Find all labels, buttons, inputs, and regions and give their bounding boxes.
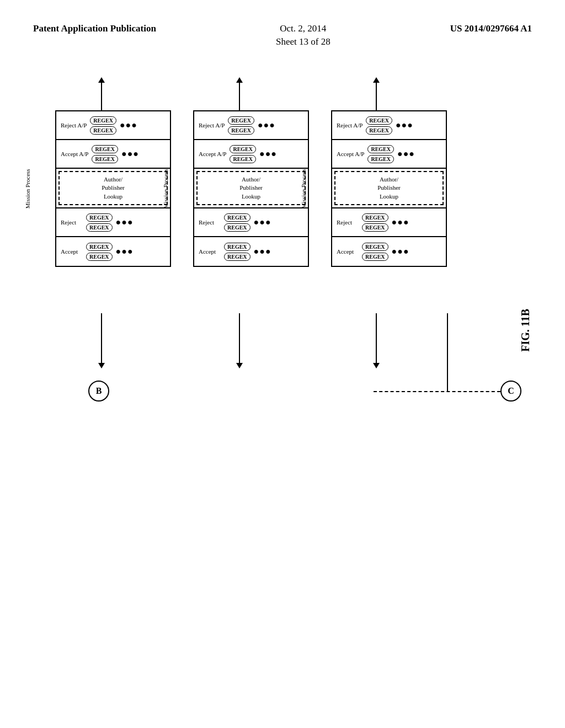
col2-reject-regex1: REGEX [224, 213, 250, 222]
col3-reject-regex1: REGEX [362, 213, 388, 222]
connector-b-circle: B [88, 381, 109, 402]
col1-accept-regex2: REGEX [86, 253, 113, 261]
col3-reject-ap-row: Reject A/P REGEX REGEX ●●● [332, 111, 446, 140]
col1-accept-row: Accept REGEX REGEX ●●● [56, 237, 170, 266]
col1-accept-ap-regex2: REGEX [92, 155, 118, 163]
col2-accept-row: Accept REGEX REGEX ●●● [194, 237, 308, 266]
col2-accept-ap-row: Accept A/P REGEX REGEX ●●● [194, 140, 308, 169]
col1-reject-regex2: REGEX [86, 223, 113, 232]
col3-reject-ap-label: Reject A/P [337, 121, 363, 129]
header: Patent Application Publication Oct. 2, 2… [0, 22, 565, 49]
patent-number-label: US 2014/0297664 A1 [450, 23, 532, 34]
col3-right-vertical [447, 313, 448, 391]
col1-reject-ap-regex1: REGEX [90, 116, 116, 125]
figure-label: FIG. 11B [519, 309, 532, 352]
col3-reject-regex2: REGEX [362, 223, 388, 232]
col3-up-arrow [373, 77, 380, 110]
header-sheet: Sheet 13 of 28 [276, 35, 331, 49]
col2-accept-regex2: REGEX [224, 253, 250, 261]
mission-box-col2: Mission Process Reject A/P REGEX REGEX ●… [193, 110, 309, 267]
mission-label-col1: Mission Process [24, 110, 31, 267]
col2-reject-dots: ●●● [254, 217, 271, 227]
dashed-line-to-c [374, 391, 500, 392]
col3-reject-dots: ●●● [392, 217, 409, 227]
connector-c-container: C [500, 381, 521, 402]
col2-reject-label: Reject [199, 218, 221, 226]
col2-accept-label: Accept [199, 248, 221, 255]
col2-reject-ap-row: Reject A/P REGEX REGEX ●●● [194, 111, 308, 140]
col2-reject-ap-label: Reject A/P [199, 121, 225, 129]
col1-reject-dots: ●●● [116, 217, 134, 227]
col1-reject-ap-regex2: REGEX [90, 126, 116, 135]
col3-reject-ap-regex2: REGEX [366, 126, 392, 135]
mission-box-col1: Mission Process Reject A/P REGEX REGEX ●… [55, 110, 171, 267]
col3-accept-ap-regex1: REGEX [367, 145, 394, 153]
header-center: Oct. 2, 2014 Sheet 13 of 28 [276, 22, 331, 49]
diagram-area: FIG. 11B Mission Process Reject A/P [33, 77, 532, 695]
header-date: Oct. 2, 2014 [276, 22, 331, 35]
col1-down-arrow [98, 313, 105, 368]
col2-dashed-wrapper: Author/PublisherLookup [194, 169, 308, 208]
col1-dashed-wrapper: Author/PublisherLookup [56, 169, 170, 208]
col3-reject-label: Reject [337, 218, 359, 226]
col3-accept-row: Accept REGEX REGEX ●●● [332, 237, 446, 266]
col2-accept-ap-label: Accept A/P [199, 150, 226, 158]
col3-accept-ap-regex2: REGEX [367, 155, 394, 163]
col1-reject-ap-label: Reject A/P [61, 121, 87, 129]
col3-accept-regex2: REGEX [362, 253, 388, 261]
col2-reject-ap-dots: ●●● [258, 120, 275, 130]
col2-accept-dots: ●●● [254, 247, 271, 256]
col1-accept-ap-label: Accept A/P [61, 150, 88, 158]
col3-accept-dots: ●●● [392, 247, 409, 256]
col1-accept-ap-dots: ●●● [121, 149, 139, 159]
mission-label-col3: Mission Process [300, 110, 307, 267]
col2-down-arrow [236, 313, 243, 368]
col1-reject-label: Reject [61, 218, 83, 226]
header-right: US 2014/0297664 A1 [450, 22, 532, 35]
col3-reject-row: Reject REGEX REGEX ●●● [332, 208, 446, 237]
col1-author-publisher-lookup: Author/PublisherLookup [58, 171, 168, 205]
col2-reject-regex2: REGEX [224, 223, 250, 232]
col3-accept-label: Accept [337, 248, 359, 255]
col1-accept-label: Accept [61, 248, 83, 255]
col3-down-arrow [373, 313, 380, 368]
col1-up-arrow [98, 77, 105, 110]
col2-up-arrow [236, 77, 243, 110]
col3-reject-ap-dots: ●●● [396, 120, 413, 130]
col3-accept-ap-label: Accept A/P [337, 150, 364, 158]
col3-reject-ap-regex1: REGEX [366, 116, 392, 125]
col3-author-publisher-lookup: Author/PublisherLookup [334, 171, 444, 205]
col2-reject-ap-regex2: REGEX [228, 126, 254, 135]
col1-accept-ap-row: Accept A/P REGEX REGEX ●●● [56, 140, 170, 169]
mission-box-col3: Mission Process Reject A/P REGEX REGEX ●… [331, 110, 447, 267]
col1-reject-row: Reject REGEX REGEX ●●● [56, 208, 170, 237]
patent-app-pub-label: Patent Application Publication [33, 23, 156, 34]
col2-reject-row: Reject REGEX REGEX ●●● [194, 208, 308, 237]
connector-c-circle: C [500, 381, 521, 402]
col1-accept-regex1: REGEX [86, 243, 113, 251]
col1-reject-regex1: REGEX [86, 213, 113, 222]
col3-accept-ap-row: Accept A/P REGEX REGEX ●●● [332, 140, 446, 169]
mission-label-col2: Mission Process [162, 110, 169, 267]
col3-dashed-wrapper: Author/PublisherLookup [332, 169, 446, 208]
col2-accept-ap-dots: ●●● [259, 149, 277, 159]
col2-accept-ap-regex2: REGEX [230, 155, 256, 163]
col2-accept-regex1: REGEX [224, 243, 250, 251]
col3-accept-regex1: REGEX [362, 243, 388, 251]
col2-accept-ap-regex1: REGEX [230, 145, 256, 153]
col1-reject-ap-row: Reject A/P REGEX REGEX ●●● [56, 111, 170, 140]
col1-reject-ap-dots: ●●● [120, 120, 137, 130]
col2-reject-ap-regex1: REGEX [228, 116, 254, 125]
connector-b-container: B [88, 381, 109, 402]
col2-author-publisher-lookup: Author/PublisherLookup [196, 171, 306, 205]
header-left: Patent Application Publication [33, 22, 156, 35]
col1-accept-dots: ●●● [116, 247, 134, 256]
col1-accept-ap-regex1: REGEX [92, 145, 118, 153]
col3-accept-ap-dots: ●●● [397, 149, 415, 159]
